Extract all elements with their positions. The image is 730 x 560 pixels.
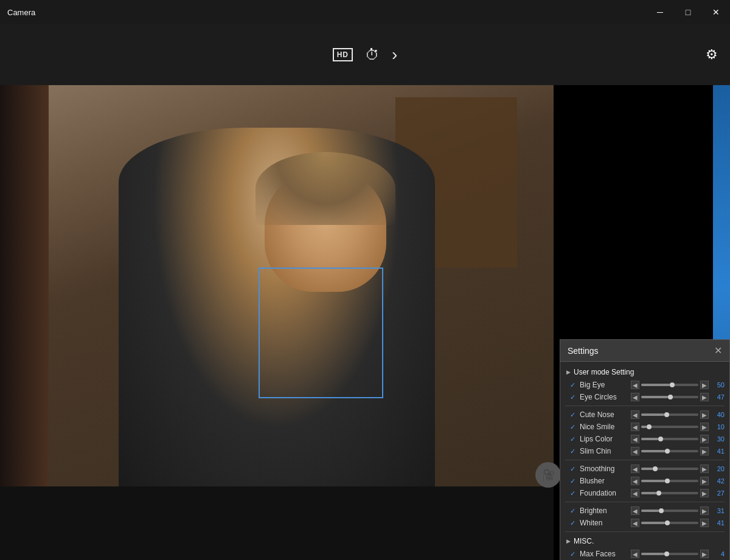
whiten-value: 41 — [711, 519, 725, 527]
cute-nose-slider[interactable]: ◀ ▶ — [631, 410, 709, 419]
lips-color-check[interactable]: ✓ — [570, 435, 577, 443]
eye-circles-left-arrow[interactable]: ◀ — [631, 393, 639, 401]
close-button[interactable]: ✕ — [702, 0, 730, 24]
misc-section[interactable]: MISC. — [560, 534, 729, 548]
settings-title: Settings — [568, 346, 599, 356]
nice-smile-right-arrow[interactable]: ▶ — [700, 423, 709, 431]
slim-chin-right-arrow[interactable]: ▶ — [700, 447, 709, 455]
eye-circles-right-arrow[interactable]: ▶ — [700, 393, 709, 401]
window-controls: ─ □ ✕ — [646, 0, 730, 24]
slim-chin-slider[interactable]: ◀ ▶ — [631, 447, 709, 455]
cute-nose-left-arrow[interactable]: ◀ — [631, 410, 639, 419]
blusher-label: Blusher — [580, 477, 628, 485]
brighten-left-arrow[interactable]: ◀ — [631, 506, 639, 515]
big-eye-value: 50 — [711, 381, 725, 389]
minimize-button[interactable]: ─ — [646, 0, 674, 24]
lips-color-left-arrow[interactable]: ◀ — [631, 435, 639, 443]
maximize-button[interactable]: □ — [674, 0, 702, 24]
nice-smile-check[interactable]: ✓ — [570, 423, 577, 431]
settings-close-button[interactable]: ✕ — [714, 345, 722, 356]
foundation-check[interactable]: ✓ — [570, 489, 577, 497]
blusher-check[interactable]: ✓ — [570, 477, 577, 485]
blusher-left-arrow[interactable]: ◀ — [631, 477, 639, 485]
setting-row-foundation: ✓ Foundation ◀ ▶ 27 — [560, 487, 729, 499]
eye-circles-slider[interactable]: ◀ ▶ — [631, 393, 709, 401]
smoothing-check[interactable]: ✓ — [570, 465, 577, 473]
record-button[interactable]: 🎥 — [535, 462, 561, 488]
lips-color-slider[interactable]: ◀ ▶ — [631, 435, 709, 443]
blusher-right-arrow[interactable]: ▶ — [700, 477, 709, 485]
brighten-value: 31 — [711, 507, 725, 514]
eye-circles-label: Eye Circles — [580, 393, 628, 401]
main-area: 🎥 Settings ✕ User mode Setting ✓ Big Eye… — [0, 85, 730, 560]
blusher-value: 42 — [711, 477, 725, 485]
big-eye-slider[interactable]: ◀ ▶ — [631, 381, 709, 389]
eye-circles-check[interactable]: ✓ — [570, 393, 577, 401]
whiten-check[interactable]: ✓ — [570, 519, 577, 527]
nice-smile-label: Nice Smile — [580, 423, 628, 431]
big-eye-check[interactable]: ✓ — [570, 381, 577, 389]
max-faces-slider[interactable]: ◀ ▶ — [631, 550, 709, 558]
brighten-right-arrow[interactable]: ▶ — [700, 506, 709, 515]
whiten-left-arrow[interactable]: ◀ — [631, 519, 639, 527]
user-mode-section[interactable]: User mode Setting — [560, 365, 729, 379]
max-faces-label: Max Faces — [580, 550, 628, 558]
setting-row-big-eye: ✓ Big Eye ◀ ▶ 50 — [560, 379, 729, 391]
big-eye-left-arrow[interactable]: ◀ — [631, 381, 639, 389]
cute-nose-check[interactable]: ✓ — [570, 411, 577, 419]
brighten-check[interactable]: ✓ — [570, 507, 577, 515]
blusher-slider[interactable]: ◀ ▶ — [631, 477, 709, 485]
smoothing-slider[interactable]: ◀ ▶ — [631, 465, 709, 473]
foundation-label: Foundation — [580, 489, 628, 497]
foundation-value: 27 — [711, 489, 725, 497]
smoothing-right-arrow[interactable]: ▶ — [700, 465, 709, 473]
setting-row-smoothing: ✓ Smoothing ◀ ▶ 20 — [560, 463, 729, 475]
setting-row-eye-circles: ✓ Eye Circles ◀ ▶ 47 — [560, 391, 729, 403]
setting-row-brighten: ✓ Brighten ◀ ▶ 31 — [560, 505, 729, 517]
nice-smile-value: 10 — [711, 423, 725, 430]
big-eye-right-arrow[interactable]: ▶ — [700, 381, 709, 389]
title-bar: Camera ─ □ ✕ — [0, 0, 730, 24]
toolbar: HD ⏱ › ⚙ — [0, 24, 730, 85]
setting-row-blusher: ✓ Blusher ◀ ▶ 42 — [560, 475, 729, 487]
settings-header: Settings ✕ — [560, 340, 729, 362]
nice-smile-slider[interactable]: ◀ ▶ — [631, 423, 709, 431]
foundation-slider[interactable]: ◀ ▶ — [631, 489, 709, 497]
lips-color-right-arrow[interactable]: ▶ — [700, 435, 709, 443]
max-faces-value: 4 — [711, 550, 725, 558]
setting-row-whiten: ✓ Whiten ◀ ▶ 41 — [560, 517, 729, 529]
brighten-slider[interactable]: ◀ ▶ — [631, 506, 709, 515]
hd-icon[interactable]: HD — [333, 48, 353, 61]
divider-3 — [565, 502, 725, 502]
cute-nose-right-arrow[interactable]: ▶ — [700, 410, 709, 419]
setting-row-cute-nose: ✓ Cute Nose ◀ ▶ 40 — [560, 409, 729, 421]
timer-icon[interactable]: ⏱ — [365, 46, 380, 63]
max-faces-right-arrow[interactable]: ▶ — [700, 550, 709, 558]
cute-nose-label: Cute Nose — [580, 410, 628, 419]
slim-chin-check[interactable]: ✓ — [570, 448, 577, 455]
whiten-right-arrow[interactable]: ▶ — [700, 519, 709, 527]
slim-chin-label: Slim Chin — [580, 447, 628, 455]
max-faces-left-arrow[interactable]: ◀ — [631, 550, 639, 558]
foundation-right-arrow[interactable]: ▶ — [700, 489, 709, 497]
max-faces-check[interactable]: ✓ — [570, 550, 577, 558]
smoothing-left-arrow[interactable]: ◀ — [631, 465, 639, 473]
foundation-left-arrow[interactable]: ◀ — [631, 489, 639, 497]
settings-gear-icon[interactable]: ⚙ — [706, 47, 718, 63]
divider-4 — [565, 531, 725, 532]
whiten-slider[interactable]: ◀ ▶ — [631, 519, 709, 527]
slim-chin-left-arrow[interactable]: ◀ — [631, 447, 639, 455]
eye-circles-value: 47 — [711, 393, 725, 401]
setting-row-lips-color: ✓ Lips Color ◀ ▶ 30 — [560, 433, 729, 445]
camera-area — [0, 85, 554, 486]
window-title: Camera — [7, 8, 35, 17]
brighten-label: Brighten — [580, 506, 628, 515]
smoothing-label: Smoothing — [580, 465, 628, 473]
face-detection-box — [259, 268, 383, 398]
nice-smile-left-arrow[interactable]: ◀ — [631, 423, 639, 431]
setting-row-max-faces: ✓ Max Faces ◀ ▶ 4 — [560, 548, 729, 560]
camera-record-icon: 🎥 — [541, 468, 555, 482]
camera-bottom-area — [0, 486, 554, 560]
arrow-icon[interactable]: › — [392, 45, 397, 64]
divider-1 — [565, 406, 725, 406]
